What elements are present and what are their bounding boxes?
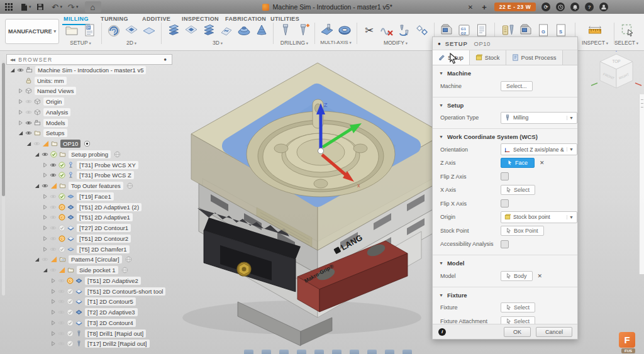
tree-caret-icon[interactable] [33,256,40,263]
fixture-select-button[interactable]: Select [501,302,535,313]
tree-caret-icon[interactable] [25,140,32,148]
redo-caret-icon[interactable]: ▾ [76,4,79,9]
dialog-header[interactable]: ● SETUP OP10 [433,37,577,50]
group-multiaxis-label[interactable]: MULTI-AXIS [312,40,360,45]
nav-toolbar-icon[interactable] [314,350,324,354]
tree-item-label[interactable]: [T51] 2D Contour2 [77,235,131,243]
browser-collapse-icon[interactable]: ◀◀ [10,57,14,62]
tree-item-label[interactable]: Origin [43,97,64,106]
measure-icon[interactable] [586,22,604,38]
notifications-bell-icon[interactable] [570,3,579,11]
tree-item-label[interactable]: [T51] 2D Adaptive1 (2) [77,203,142,211]
app-grid-icon[interactable] [3,2,15,12]
tree-caret-icon[interactable] [50,287,57,295]
model-clear-icon[interactable]: ✕ [538,273,543,279]
tree-row[interactable]: [T51] 2D Adaptive1 (2) [8,202,184,213]
visibility-eye-icon[interactable] [57,329,65,337]
tree-item-label[interactable]: [T27] 2D Contour1 [77,224,131,232]
tree-item-label[interactable]: [T31] Probe WCS Z [77,171,134,179]
tree-row[interactable]: [T51] 2D Adaptive2 [8,275,184,286]
visibility-eye-icon[interactable] [25,108,33,116]
tree-row[interactable]: [T51] 2D Contour2 [8,233,184,244]
tree-caret-icon[interactable] [33,150,40,158]
tree-caret-icon[interactable] [42,245,48,253]
undo-caret-icon[interactable]: ▾ [60,4,63,9]
visibility-eye-icon[interactable] [57,298,65,306]
save-icon[interactable] [34,2,47,12]
tree-item-label[interactable]: Pattern4 [Circular] [69,255,122,263]
tree-row[interactable]: [T31] Probe WCS Z [8,170,184,181]
tree-caret-icon[interactable] [42,235,48,242]
2d-adaptive-icon[interactable] [105,22,123,38]
tree-item-label[interactable]: [T1] 2D Contour5 [85,297,136,306]
nav-toolbar-icon[interactable] [332,350,341,354]
tree-row[interactable]: Machine Sim - Introduction - master1 v5 [8,65,184,75]
tree-item-label[interactable]: [T51] 2D Adaptive2 [85,277,141,285]
tree-row[interactable]: Top Outer features [8,180,184,191]
tree-item-label[interactable]: Units: mm [35,77,67,85]
tool-change-icon[interactable] [396,22,413,38]
tree-row[interactable]: Named Views [8,86,184,97]
info-icon[interactable]: i [438,328,446,336]
visibility-eye-icon[interactable] [49,203,57,211]
3d-morphed-spiral-icon[interactable] [253,22,270,38]
tree-caret-icon[interactable] [42,172,48,179]
dialog-tab-stock[interactable]: Stock [470,50,506,65]
tree-caret-icon[interactable] [50,298,57,306]
new-setup-icon[interactable] [63,22,80,38]
3d-adaptive-icon[interactable] [165,22,182,38]
selected-face[interactable] [230,92,413,199]
tree-item-label[interactable]: Analysis [43,108,70,116]
group-select-label[interactable]: SELECT [608,40,644,46]
tree-item-label[interactable]: [T2] 2D Adaptive3 [85,308,138,316]
visibility-eye-icon[interactable] [57,340,65,348]
tree-row[interactable]: [T17] Drill2 [Rapid out] [8,339,184,350]
trim-scissors-icon[interactable]: ✂ [360,22,378,38]
tree-row[interactable]: [T31] Probe WCS XY [8,160,184,170]
job-status-badge[interactable]: 22 E - 23 W [494,3,536,11]
wcs-triad[interactable]: Z x [316,102,362,189]
visibility-eye-icon[interactable] [49,245,57,253]
file-menu-icon[interactable] [18,2,30,12]
visibility-eye-icon[interactable] [57,287,65,295]
visibility-eye-icon[interactable] [25,130,33,137]
viewcube-top-label[interactable]: TOP [612,59,620,64]
section-setup[interactable]: ▼Setup [433,97,577,111]
dialog-tab-post-process[interactable]: Post Process [506,50,563,65]
visibility-eye-icon[interactable] [49,192,57,200]
visibility-eye-icon[interactable] [57,319,65,326]
3d-pocket-icon[interactable] [182,22,200,38]
drill-icon[interactable] [277,22,294,38]
2d-face-icon[interactable] [140,22,158,38]
visibility-eye-icon[interactable] [25,98,33,106]
z-axis-clear-icon[interactable]: ✕ [540,160,545,166]
tree-caret-icon[interactable] [33,182,40,190]
visibility-eye-icon[interactable] [33,140,41,148]
operation-type-dropdown[interactable]: Milling ▼ [501,112,577,124]
tree-item-label[interactable]: [T51] 2D Contour5-short tool [85,287,165,296]
tree-item-label[interactable]: Setups [43,129,67,137]
user-avatar[interactable] [599,3,608,11]
tree-row[interactable]: [T3] 2D Contour4 [8,318,184,328]
model-body-button[interactable]: Body [501,271,533,281]
tree-row[interactable]: [T1] 2D Contour5 [8,297,184,307]
nav-toolbar-icon[interactable] [385,350,394,354]
accessibility-checkbox[interactable] [501,240,509,248]
nav-toolbar-icon[interactable] [297,350,306,354]
tree-row[interactable]: Setup probing [8,149,184,160]
view-cube[interactable]: TOP FRONT RIGHT [590,44,643,102]
group-3d-label[interactable]: 3D [165,40,270,46]
tree-caret-icon[interactable] [50,277,57,284]
tree-row[interactable]: Analysis [8,107,184,118]
group-2d-label[interactable]: 2D [105,40,158,46]
visibility-eye-icon[interactable] [49,161,57,169]
new-tab-icon[interactable]: + [482,3,487,12]
tree-caret-icon[interactable] [42,161,48,169]
visibility-eye-icon[interactable] [49,267,57,274]
undo-icon[interactable]: ↶ [49,2,62,12]
2d-pocket-icon[interactable] [123,22,140,38]
visibility-eye-icon[interactable] [49,235,57,242]
visibility-eye-icon[interactable] [57,309,65,316]
tree-item-label[interactable]: Side pocket 1 [77,266,118,274]
tree-item-label[interactable]: [T8] Drill1 [Rapid out] [85,329,146,338]
